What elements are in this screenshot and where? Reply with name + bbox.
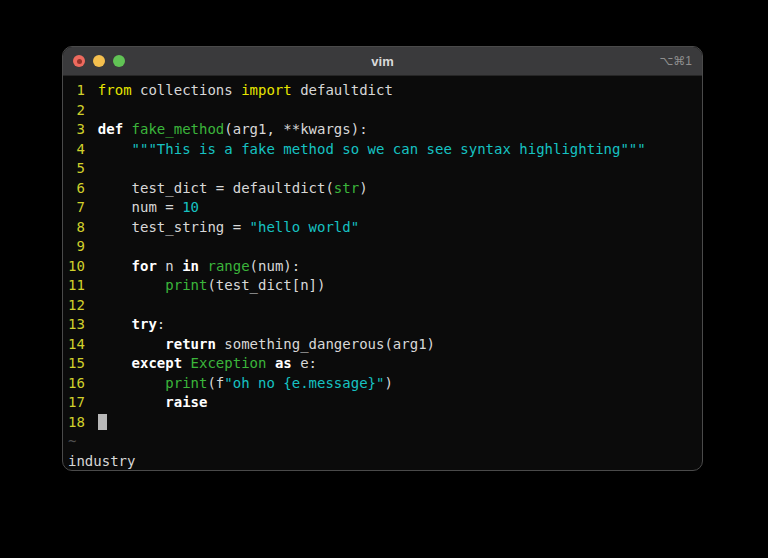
code-text: try: (98, 315, 165, 335)
token-n: ) (384, 375, 392, 391)
close-button[interactable] (73, 55, 85, 67)
code-line[interactable]: 18 (68, 413, 696, 433)
minimize-button[interactable] (93, 55, 105, 67)
token-kw: raise (165, 394, 207, 410)
token-pre: from (98, 82, 132, 98)
token-str: 10 (182, 199, 199, 215)
command-line: industry (68, 452, 696, 472)
code-area[interactable]: 1from collections import defaultdict23de… (68, 81, 696, 432)
code-line[interactable]: 10 for n in range(num): (68, 257, 696, 277)
window-title: vim (63, 54, 702, 69)
token-fn: range (207, 258, 249, 274)
vim-editor[interactable]: 1from collections import defaultdict23de… (63, 76, 702, 471)
window-titlebar[interactable]: vim ⌥⌘1 (63, 47, 702, 76)
token-n: test_string = (98, 219, 250, 235)
code-text: print(test_dict[n]) (98, 276, 326, 296)
unsaved-changes-dot-icon (77, 59, 82, 64)
line-number: 11 (68, 276, 85, 296)
code-line[interactable]: 7 num = 10 (68, 198, 696, 218)
token-n: (test_dict[n]) (207, 277, 325, 293)
token-fn: Exception (191, 355, 267, 371)
line-number: 7 (68, 198, 85, 218)
line-number: 8 (68, 218, 85, 238)
code-line[interactable]: 14 return something_dangerous(arg1) (68, 335, 696, 355)
code-text: num = 10 (98, 198, 199, 218)
end-of-buffer-tilde: ~ (68, 432, 76, 452)
line-number: 17 (68, 393, 85, 413)
code-line[interactable]: 1from collections import defaultdict (68, 81, 696, 101)
token-n: collections (132, 82, 242, 98)
line-number: 1 (68, 81, 85, 101)
token-n (266, 355, 274, 371)
token-str: "oh no {e.message}" (224, 375, 384, 391)
token-n: : (157, 316, 165, 332)
token-n (98, 336, 165, 352)
token-n (98, 316, 132, 332)
token-n: (f (207, 375, 224, 391)
token-fn: fake_method (132, 121, 225, 137)
token-n (98, 394, 165, 410)
token-n: ) (359, 180, 367, 196)
code-text: raise (98, 393, 208, 413)
code-line[interactable]: 5 (68, 159, 696, 179)
command-line-message: industry (68, 452, 135, 472)
token-n: something_dangerous(arg1) (216, 336, 435, 352)
code-text: from collections import defaultdict (98, 81, 393, 101)
code-line[interactable]: 17 raise (68, 393, 696, 413)
code-line[interactable]: 9 (68, 237, 696, 257)
code-text: test_dict = defaultdict(str) (98, 179, 368, 199)
line-number: 9 (68, 237, 85, 257)
code-line[interactable]: 16 print(f"oh no {e.message}") (68, 374, 696, 394)
token-n (98, 355, 132, 371)
token-n (182, 355, 190, 371)
code-line[interactable]: 13 try: (68, 315, 696, 335)
token-kw: try (132, 316, 157, 332)
code-text: def fake_method(arg1, **kwargs): (98, 120, 368, 140)
token-fn: print (165, 277, 207, 293)
token-n: (arg1, **kwargs): (224, 121, 367, 137)
line-number: 16 (68, 374, 85, 394)
line-number: 5 (68, 159, 85, 179)
token-fn: print (165, 375, 207, 391)
token-n (98, 277, 165, 293)
vim-block-cursor (98, 414, 107, 430)
token-n: num = (98, 199, 182, 215)
token-n: n (157, 258, 182, 274)
terminal-window: vim ⌥⌘1 1from collections import default… (62, 46, 703, 471)
token-kw: in (182, 258, 199, 274)
token-str: "hello world" (250, 219, 360, 235)
code-text: for n in range(num): (98, 257, 300, 277)
zoom-button[interactable] (113, 55, 125, 67)
token-n (98, 375, 165, 391)
token-fn: str (334, 180, 359, 196)
code-line[interactable]: 3def fake_method(arg1, **kwargs): (68, 120, 696, 140)
traffic-lights (63, 55, 125, 67)
token-kw: except (132, 355, 183, 371)
code-text: """This is a fake method so we can see s… (98, 140, 646, 160)
line-number: 6 (68, 179, 85, 199)
token-kw: def (98, 121, 123, 137)
line-number: 2 (68, 101, 85, 121)
token-kw: as (275, 355, 292, 371)
code-text: except Exception as e: (98, 354, 317, 374)
line-number: 13 (68, 315, 85, 335)
code-line[interactable]: 15 except Exception as e: (68, 354, 696, 374)
token-kw: return (165, 336, 216, 352)
code-line[interactable]: 6 test_dict = defaultdict(str) (68, 179, 696, 199)
line-number: 12 (68, 296, 85, 316)
code-line[interactable]: 8 test_string = "hello world" (68, 218, 696, 238)
code-line[interactable]: 11 print(test_dict[n]) (68, 276, 696, 296)
code-text: return something_dangerous(arg1) (98, 335, 435, 355)
token-n: defaultdict (292, 82, 393, 98)
line-number: 18 (68, 413, 85, 433)
end-of-buffer-line: ~ (68, 432, 696, 452)
code-line[interactable]: 2 (68, 101, 696, 121)
line-number: 10 (68, 257, 85, 277)
line-number: 14 (68, 335, 85, 355)
token-pre: import (241, 82, 292, 98)
code-text: print(f"oh no {e.message}") (98, 374, 393, 394)
token-n (98, 258, 132, 274)
line-number: 15 (68, 354, 85, 374)
code-line[interactable]: 12 (68, 296, 696, 316)
code-line[interactable]: 4 """This is a fake method so we can see… (68, 140, 696, 160)
